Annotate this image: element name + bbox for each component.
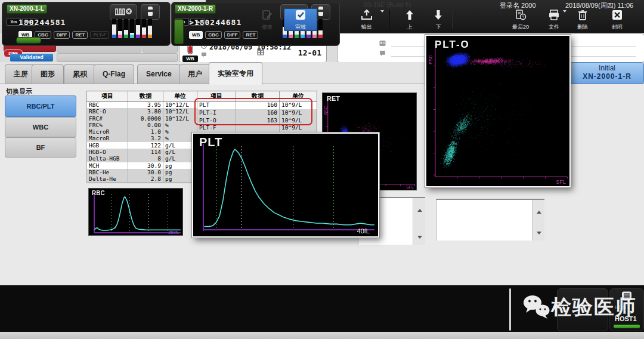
analyzer-list-scrollbar[interactable] (509, 288, 511, 331)
rack-position: 12-01 (280, 48, 321, 57)
host-connection-panel[interactable]: HOST HOST1 (609, 288, 644, 331)
delete-icon (569, 10, 596, 23)
reagent-level (142, 27, 146, 35)
rack-clear-button[interactable] (110, 4, 137, 20)
result-row-deltahe: Delta-He2.8pg (87, 175, 197, 183)
toolbar-separator (452, 10, 453, 29)
item-cell: FRC% (87, 122, 128, 128)
result-row-plt: PLT16010^9/L (197, 101, 317, 109)
analyzer-name-label: XN-2000-1-L (7, 4, 47, 14)
last20-icon (503, 10, 538, 23)
toolbar-button-label: 删除 (569, 23, 596, 31)
result-row-pltf: PLT-F10^9/L (197, 124, 317, 132)
unit-cell: 10^12/L (163, 108, 197, 115)
toolbar-button-label: 最后20 (503, 23, 538, 31)
column-header: 单位 (163, 91, 197, 101)
plt-o-y-axis-label: FSC (428, 55, 434, 64)
modify-icon (253, 10, 281, 23)
item-cell: PLT (197, 101, 236, 109)
rack-position-icon (257, 50, 264, 56)
reagent-color-code (301, 35, 305, 38)
result-row-plti: PLT-I16010^9/L (197, 109, 317, 117)
reagent-bar-4 (136, 19, 140, 38)
tab-Q-Flag[interactable]: Q-Flag (94, 64, 134, 84)
reagent-bar-0 (112, 19, 116, 38)
value-cell: 8 (128, 155, 163, 162)
unit-cell: 10^12/L (163, 101, 197, 109)
display-switch-bf[interactable]: BF (5, 137, 76, 158)
toolbar-button-label: 下 (425, 23, 452, 31)
analyzer-selector-button[interactable]: Initial XN-2000-1-R (570, 62, 644, 84)
value-cell: 0.0000 (128, 115, 163, 122)
result-row-deltahgb: Delta-HGB8g/L (87, 155, 197, 162)
display-switch-wbc[interactable]: WBC (5, 117, 76, 137)
result-row-rbc: RBC3.9510^12/L (87, 101, 197, 109)
toolbar-button-last20[interactable]: 最后20 (503, 8, 538, 31)
analyzer-selector-line1: Initial (571, 64, 643, 72)
plt-o-scattergram-popup[interactable]: PLT-O FSC SFL (425, 35, 571, 187)
reagent-color-code (295, 35, 299, 38)
plt-histogram-popup[interactable]: PLT 40fL (192, 132, 379, 238)
toolbar-button-delete[interactable]: 删除 (569, 8, 596, 31)
tab-图形[interactable]: 图形 (32, 64, 64, 84)
tube-holder-button[interactable] (141, 4, 160, 20)
data-browser-screen: 菜单质控文件管理器浏览器 数据浏览器 00-19E (Build 5) 登录名 … (0, 0, 644, 339)
item-cell: HGB (87, 142, 128, 149)
toolbar-button-review[interactable]: 审核 (284, 8, 317, 31)
reagent-level (124, 30, 128, 35)
host-icon (621, 291, 632, 301)
tab-Service[interactable]: Service (137, 64, 181, 84)
rbc-histogram-panel[interactable]: RBC 250fL (88, 188, 183, 236)
tab-累积[interactable]: 累积 (64, 64, 96, 84)
analyzer-panel-xn-2000-1-l[interactable]: XN-2000-1-LXmY▸▸180244581WBCBCDIFFRETPLT… (2, 2, 171, 46)
bottom-edge-strip (0, 332, 644, 339)
plt-histogram-title: PLT (199, 135, 222, 149)
result-row-frc: FRC%0.00% (87, 122, 197, 128)
scroll-down-arrow[interactable] (417, 236, 422, 239)
dropdown-caret-icon (563, 10, 566, 13)
reagent-color-code (283, 35, 287, 38)
column-header: 数据 (128, 91, 163, 101)
ret-x-axis-label: SFL (406, 185, 414, 189)
profile-badge-plt-f-inactive: PLT-F (90, 31, 109, 39)
rbc-histogram-range-label: 250fL (168, 230, 179, 235)
toolbar-button-file[interactable]: 文件 (540, 8, 568, 31)
item-cell: FRC# (87, 115, 128, 122)
mode-badge-wb: WB (189, 31, 203, 39)
item-cell: RBC (87, 101, 128, 109)
toolbar-button-label: 输出 (348, 23, 385, 31)
value-cell: 2.8 (128, 175, 163, 183)
host-name: HOST1 (615, 315, 637, 322)
toolbar-button-up[interactable]: 上 (396, 8, 423, 31)
column-header: 项目 (87, 91, 128, 101)
value-cell: 1.0 (128, 128, 163, 135)
plt-histogram-range-label: 40fL (357, 227, 370, 235)
scroll-up-arrow[interactable] (417, 209, 422, 212)
toolbar-separator (389, 10, 389, 29)
scroll-down-arrow[interactable] (537, 232, 541, 235)
toolbar-button-down[interactable]: 下 (425, 8, 452, 31)
toolbar-button-label: 上 (396, 23, 423, 31)
validated-indicator: Validated (10, 54, 53, 61)
table-header-row: 项目数据单位 (87, 91, 197, 101)
unit-cell: % (163, 122, 197, 128)
reagent-bar-6 (318, 19, 323, 38)
review-icon (284, 10, 317, 23)
display-switch-title: 切换显示 (6, 87, 32, 96)
output-icon (348, 10, 385, 23)
tab-实验室专用[interactable]: 实验室专用 (209, 62, 262, 85)
host-label: HOST (615, 304, 630, 310)
value-cell: 30.9 (128, 162, 163, 169)
down-icon (425, 10, 452, 23)
reagent-color-code (142, 35, 146, 38)
dropdown-caret-icon (380, 10, 384, 13)
display-switch-rbcplt[interactable]: RBC/PLT (5, 95, 76, 117)
scroll-up-arrow[interactable] (537, 211, 541, 214)
toolbar-button-modify[interactable]: 修改 (253, 8, 281, 31)
value-cell: 122 (128, 142, 163, 149)
value-cell: 160 (236, 101, 280, 109)
reagent-level (112, 24, 116, 35)
tab-用户[interactable]: 用户 (179, 64, 211, 84)
toolbar-button-close[interactable]: 封闭 (601, 8, 633, 31)
toolbar-button-output[interactable]: 输出 (348, 8, 385, 31)
